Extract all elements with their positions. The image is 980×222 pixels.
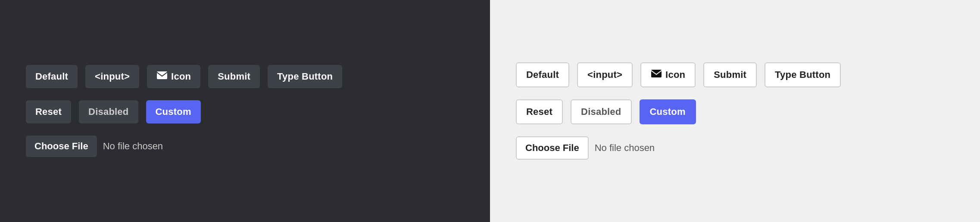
- dark-row-1: Default <input> Icon Submit Type Button: [26, 65, 342, 88]
- envelope-icon-light: [651, 69, 662, 80]
- light-panel: Default <input> Icon Submit Type Button …: [490, 0, 980, 222]
- light-row-2: Reset Disabled Custom: [516, 99, 696, 124]
- custom-button-light[interactable]: Custom: [640, 99, 696, 124]
- no-file-text-dark: No file chosen: [103, 141, 163, 152]
- choose-file-button-light[interactable]: Choose File: [516, 136, 589, 160]
- custom-button-dark[interactable]: Custom: [146, 100, 201, 123]
- type-button-light[interactable]: Type Button: [765, 62, 841, 87]
- light-row-1: Default <input> Icon Submit Type Button: [516, 62, 841, 87]
- icon-button-dark[interactable]: Icon: [147, 65, 200, 88]
- dark-row-2: Reset Disabled Custom: [26, 100, 201, 123]
- choose-file-button-dark[interactable]: Choose File: [26, 136, 97, 157]
- dark-file-row: Choose File No file chosen: [26, 136, 163, 157]
- input-button-dark[interactable]: <input>: [85, 65, 139, 88]
- icon-button-label: Icon: [171, 71, 191, 82]
- reset-button-light[interactable]: Reset: [516, 99, 563, 124]
- submit-button-dark[interactable]: Submit: [208, 65, 260, 88]
- default-button-light[interactable]: Default: [516, 62, 569, 87]
- icon-button-light[interactable]: Icon: [640, 62, 696, 87]
- disabled-button-dark: Disabled: [79, 100, 138, 123]
- input-button-light[interactable]: <input>: [577, 62, 633, 87]
- reset-button-dark[interactable]: Reset: [26, 100, 71, 123]
- default-button-dark[interactable]: Default: [26, 65, 78, 88]
- svg-rect-2: [651, 70, 662, 77]
- envelope-icon: [156, 71, 168, 82]
- dark-panel: Default <input> Icon Submit Type Button …: [0, 0, 490, 222]
- light-file-row: Choose File No file chosen: [516, 136, 655, 160]
- type-button-dark[interactable]: Type Button: [268, 65, 342, 88]
- disabled-button-light: Disabled: [571, 99, 631, 124]
- svg-rect-0: [157, 71, 167, 79]
- icon-button-label-light: Icon: [665, 69, 685, 80]
- submit-button-light[interactable]: Submit: [703, 62, 757, 87]
- no-file-text-light: No file chosen: [595, 142, 655, 154]
